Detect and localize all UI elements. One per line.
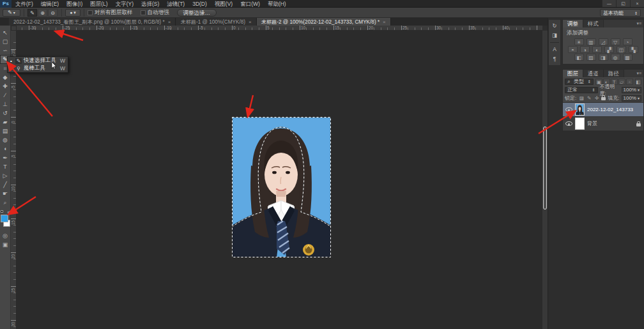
levels-icon[interactable]: ▥ (586, 38, 596, 45)
hand-tool[interactable]: ☛ (0, 189, 11, 198)
color-lookup-icon[interactable]: ▚ (629, 46, 638, 53)
layer-thumbnail-photo[interactable] (575, 103, 585, 116)
visibility-eye-icon[interactable] (565, 121, 572, 126)
layer-thumbnail-white[interactable] (575, 118, 585, 130)
curves-icon[interactable]: ◿ (599, 38, 608, 45)
channel-mixer-icon[interactable]: ◫ (617, 46, 626, 53)
document-tab[interactable]: 未标题-2 @ 100%(2022-12-02_143733, CMYK/8) … (257, 18, 391, 26)
document-photo[interactable] (232, 117, 331, 257)
opacity-dropdown[interactable]: 100% ▾ (622, 87, 641, 93)
layer-filter-dropdown[interactable]: ⌕ 类型 ⇕ (565, 79, 594, 85)
history-brush-tool[interactable]: ↺ (0, 109, 11, 118)
color-balance-icon[interactable]: ◑ (580, 46, 590, 53)
line-tool[interactable]: ╱ (0, 180, 11, 189)
photo-filter-icon[interactable]: ▞ (604, 46, 614, 53)
pen-tool[interactable]: ✒ (0, 153, 11, 162)
vibrance-icon[interactable]: ◔ (623, 38, 632, 45)
document-tab[interactable]: 2022-12-02_143733_看图王_副本.png @ 100%(图层 0… (9, 18, 176, 26)
panel-tab-调整[interactable]: 调整 (563, 20, 583, 27)
menu-item[interactable]: 选择(S) (137, 0, 163, 8)
add-to-selection-button[interactable]: ⊕ (38, 9, 47, 17)
screen-mode-button[interactable]: ▣ (0, 240, 11, 249)
smart-object-filter-icon[interactable]: ▫ (626, 79, 633, 85)
flyout-item[interactable]: ⚲魔棒工具W (8, 65, 68, 72)
lock-transparency-icon[interactable]: ▨ (578, 95, 585, 102)
workspace-switcher[interactable]: 基本功能 ⇕ (600, 9, 641, 17)
filter-toggle-icon[interactable]: ◧ (635, 79, 641, 85)
move-tool[interactable]: ↖ (0, 28, 11, 37)
menu-item[interactable]: 窗口(W) (236, 0, 264, 8)
spot-healing-brush-tool[interactable]: ✚ (0, 82, 11, 91)
quick-mask-button[interactable]: ◎ (0, 231, 11, 240)
panel-menu-icon[interactable]: ▾≡ (636, 20, 643, 27)
panel-tab-通道[interactable]: 通道 (583, 70, 604, 77)
exposure-icon[interactable]: ▽ (611, 38, 620, 45)
tab-close-icon[interactable]: × (249, 19, 252, 25)
layer-row[interactable]: 2022-12-02_143733 (563, 103, 643, 117)
eyedropper-tool[interactable]: ◆ (0, 73, 11, 82)
zoom-tool[interactable]: ⌕ (0, 198, 11, 207)
panel-tab-图层[interactable]: 图层 (563, 70, 583, 77)
menu-item[interactable]: 编辑(E) (37, 0, 63, 8)
paragraph-panel-icon[interactable]: ¶ (549, 54, 560, 64)
refine-edge-button[interactable]: 调整边缘… (177, 9, 217, 17)
window-minimize-button[interactable]: — (602, 0, 616, 7)
checkbox-对所有图层取样[interactable]: 对所有图层取样 (88, 9, 133, 17)
checkbox-box[interactable] (141, 10, 146, 15)
panel-tab-路径[interactable]: 路径 (604, 70, 624, 77)
gradient-tool[interactable]: ▤ (0, 126, 11, 135)
tool-preset-picker[interactable]: ✎ ▾ (3, 9, 20, 17)
menu-item[interactable]: 图像(I) (63, 0, 86, 8)
hue-saturation-icon[interactable]: ◓ (568, 46, 578, 53)
blend-mode-dropdown[interactable]: 正常 ⇕ (565, 87, 598, 93)
brightness-contrast-icon[interactable]: ☀ (574, 38, 584, 45)
lock-pixels-icon[interactable]: ✎ (586, 95, 592, 102)
menu-item[interactable]: 视图(V) (211, 0, 236, 8)
checkbox-自动增强[interactable]: 自动增强 (141, 9, 169, 17)
menu-item[interactable]: 图层(L) (86, 0, 111, 8)
properties-panel-icon[interactable]: ◨ (549, 31, 560, 40)
menu-item[interactable]: 滤镜(T) (163, 0, 188, 8)
panel-tab-样式[interactable]: 样式 (583, 20, 604, 27)
default-colors-icon[interactable] (1, 210, 3, 213)
rectangular-marquee-tool[interactable]: ▢ (0, 37, 11, 46)
character-panel-icon[interactable]: A (549, 45, 560, 54)
subtract-from-selection-button[interactable]: ⊖ (48, 9, 57, 17)
menu-item[interactable]: 帮助(H) (264, 0, 290, 8)
checkbox-box[interactable] (88, 10, 93, 15)
window-restore-button[interactable]: ◱ (616, 0, 630, 7)
eraser-tool[interactable]: ▰ (0, 118, 11, 126)
panel-menu-icon[interactable]: ▾≡ (636, 70, 643, 77)
flyout-item[interactable]: •✎快速选择工具W (8, 57, 68, 65)
brush-tool[interactable]: ∕ (0, 91, 11, 100)
document-tab[interactable]: 未标题-1 @ 100%(CMYK/8)× (176, 18, 256, 26)
menu-item[interactable]: 3D(D) (188, 0, 211, 8)
layer-row[interactable]: 背景 (563, 117, 643, 131)
menu-item[interactable]: 文件(F) (12, 0, 37, 8)
fill-dropdown[interactable]: 100% ▾ (622, 95, 641, 102)
swap-colors-icon[interactable]: ⇄ (7, 210, 10, 214)
gradient-map-icon[interactable]: ◍ (611, 54, 620, 61)
lock-position-icon[interactable]: ✢ (594, 95, 600, 102)
tab-close-icon[interactable]: × (168, 19, 171, 25)
path-selection-tool[interactable]: ▷ (0, 171, 11, 180)
scrollbar-thumb[interactable] (543, 126, 547, 210)
menu-item[interactable]: 文字(Y) (112, 0, 137, 8)
lasso-tool[interactable]: ∽ (0, 46, 11, 55)
black-white-icon[interactable]: ◐ (592, 46, 602, 53)
dodge-tool[interactable]: ◖ (0, 144, 11, 153)
foreground-color-swatch[interactable] (1, 215, 8, 222)
type-tool[interactable]: T (0, 162, 11, 171)
window-close-button[interactable]: × (630, 0, 644, 7)
history-panel-icon[interactable]: ↻ (549, 21, 560, 31)
new-selection-button[interactable]: ✎ (27, 9, 37, 17)
posterize-icon[interactable]: ▨ (586, 54, 596, 61)
threshold-icon[interactable]: ◨ (599, 54, 608, 61)
lock-all-icon[interactable] (601, 97, 606, 100)
brush-size-picker[interactable]: ● ▾ (65, 9, 80, 17)
visibility-eye-icon[interactable] (565, 107, 572, 112)
canvas-scrollbar[interactable] (542, 31, 548, 329)
tab-close-icon[interactable]: × (383, 19, 386, 25)
clone-stamp-tool[interactable]: ⊥ (0, 100, 11, 109)
blur-tool[interactable]: ◍ (0, 135, 11, 144)
